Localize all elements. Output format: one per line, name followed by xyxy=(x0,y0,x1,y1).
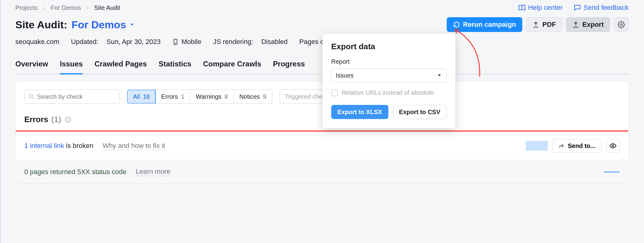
issue-help-link[interactable]: Learn more xyxy=(136,168,171,176)
tab-statistics[interactable]: Statistics xyxy=(159,57,191,74)
chevron-down-icon xyxy=(129,22,135,28)
gear-icon xyxy=(618,21,625,28)
issue-text-rest: is broken xyxy=(66,142,93,149)
help-center-label: Help center xyxy=(528,4,563,12)
meta-updated: Updated: Sun, Apr 30, 2023 xyxy=(71,38,161,46)
filter-errors[interactable]: Errors1 xyxy=(155,90,190,103)
export-report-value: Issues xyxy=(336,72,354,79)
send-feedback-label: Send feedback xyxy=(583,4,629,12)
export-csv-button[interactable]: Export to CSV xyxy=(393,105,447,119)
upload-icon xyxy=(532,21,539,28)
tab-issues[interactable]: Issues xyxy=(60,57,83,74)
relative-urls-checkbox[interactable]: Relative URLs instead of absolute xyxy=(331,89,447,96)
export-xlsx-button[interactable]: Export to XLSX xyxy=(331,105,388,119)
export-button[interactable]: Export xyxy=(566,17,610,32)
svg-point-0 xyxy=(620,24,622,26)
errors-section-heading: Errors (1) xyxy=(16,111,628,130)
upload-icon xyxy=(572,21,579,28)
triggered-checks-dropdown[interactable]: Triggered che xyxy=(280,90,328,104)
settings-button[interactable] xyxy=(614,17,629,32)
pdf-button[interactable]: PDF xyxy=(526,17,562,32)
svg-point-7 xyxy=(68,118,68,118)
refresh-icon xyxy=(453,21,460,28)
meta-domain: seoquake.com xyxy=(15,38,59,46)
export-popover: Export data Report Issues Relative URLs … xyxy=(323,34,455,128)
page-title: Site Audit: xyxy=(15,19,67,31)
issue-help-link[interactable]: Why and how to fix it xyxy=(103,142,165,150)
mobile-icon xyxy=(172,38,179,46)
filter-all[interactable]: All18 xyxy=(127,90,156,104)
issue-trend-bar xyxy=(526,141,548,151)
search-input[interactable] xyxy=(37,93,115,100)
breadcrumb-projects[interactable]: Projects xyxy=(15,4,37,11)
breadcrumb-current: Site Audit xyxy=(94,4,120,11)
book-icon xyxy=(518,4,526,11)
tab-compare-crawls[interactable]: Compare Crawls xyxy=(203,57,261,74)
filter-notices[interactable]: Notices9 xyxy=(234,90,272,103)
meta-js-rendering: JS rendering: Disabled xyxy=(213,38,288,46)
issues-card: All18 Errors1 Warnings8 Notices9 Trigger… xyxy=(15,81,629,184)
send-to-button[interactable]: Send to... xyxy=(553,139,601,153)
relative-urls-label: Relative URLs instead of absolute xyxy=(342,89,434,96)
help-center-link[interactable]: Help center xyxy=(518,4,563,12)
comment-icon xyxy=(574,4,581,11)
tab-overview[interactable]: Overview xyxy=(15,57,48,74)
search-icon xyxy=(29,94,34,100)
eye-icon xyxy=(609,142,617,149)
svg-point-3 xyxy=(29,95,33,98)
breadcrumb: Projects › For Demos › Site Audit xyxy=(15,4,120,11)
tab-progress[interactable]: Progress xyxy=(273,57,305,74)
chevron-down-icon xyxy=(437,73,442,78)
export-report-label: Report xyxy=(331,58,447,65)
svg-point-8 xyxy=(612,145,614,147)
search-input-wrapper[interactable] xyxy=(24,90,120,104)
tab-crawled-pages[interactable]: Crawled Pages xyxy=(94,57,147,74)
meta-mobile: Mobile xyxy=(172,38,202,46)
issue-trend-bar xyxy=(604,171,620,173)
issue-text: 0 pages returned 5XX status code xyxy=(24,168,127,176)
checkbox-icon xyxy=(331,90,338,96)
project-selector-label: For Demos xyxy=(72,19,126,31)
send-feedback-link[interactable]: Send feedback xyxy=(574,4,629,12)
rerun-campaign-button[interactable]: Rerun campaign xyxy=(447,17,522,32)
chevron-right-icon: › xyxy=(87,4,89,11)
filter-warnings[interactable]: Warnings8 xyxy=(190,90,234,103)
breadcrumb-for-demos[interactable]: For Demos xyxy=(51,4,81,11)
pdf-label: PDF xyxy=(542,21,556,29)
share-arrow-icon xyxy=(559,143,565,149)
filter-segments: All18 Errors1 Warnings8 Notices9 xyxy=(127,90,272,104)
issue-row: 1 internal link is broken Why and how to… xyxy=(16,132,628,160)
meta-row: seoquake.com Updated: Sun, Apr 30, 2023 … xyxy=(15,38,629,46)
issue-row: 0 pages returned 5XX status code Learn m… xyxy=(16,160,628,184)
tabs: Overview Issues Crawled Pages Statistics… xyxy=(15,57,629,74)
export-label: Export xyxy=(582,21,604,29)
export-report-select[interactable]: Issues xyxy=(331,68,447,82)
hide-issue-button[interactable] xyxy=(606,139,620,153)
export-popover-title: Export data xyxy=(331,42,447,51)
info-icon[interactable] xyxy=(65,117,71,123)
project-selector[interactable]: For Demos xyxy=(72,19,135,31)
issue-link[interactable]: 1 internal link xyxy=(24,142,64,149)
svg-line-4 xyxy=(32,97,33,98)
rerun-campaign-label: Rerun campaign xyxy=(463,21,516,29)
chevron-right-icon: › xyxy=(43,4,45,11)
